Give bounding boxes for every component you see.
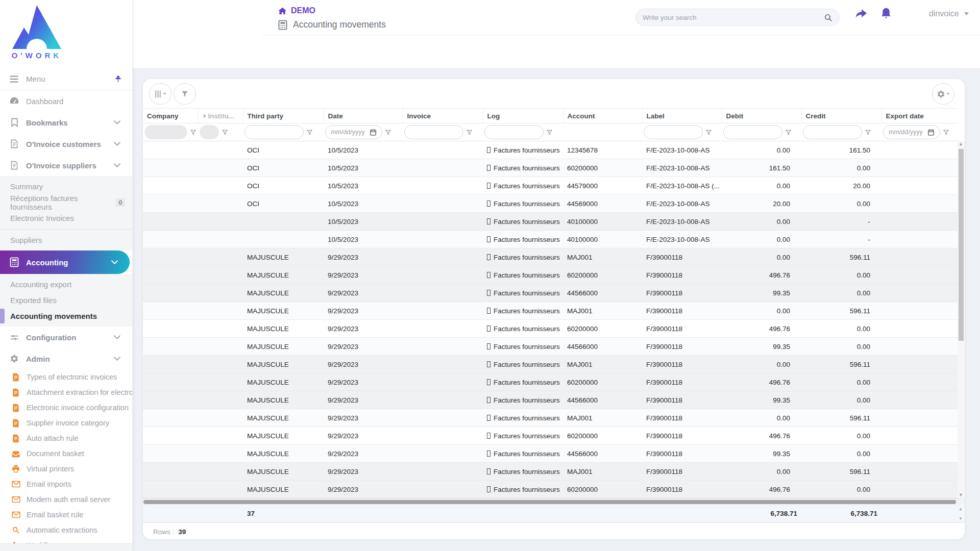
table-row[interactable]: MAJUSCULE9/29/2023Factures fournisseursM…: [143, 409, 958, 427]
sidebar-item-o-invoice-customers[interactable]: O'Invoice customers: [0, 133, 132, 155]
sidebar-item-electronic-invoice-configuration[interactable]: Electronic invoice configuration: [0, 400, 132, 415]
filter-button-log[interactable]: [546, 129, 553, 136]
filter-button-date[interactable]: [385, 129, 391, 136]
sidebar-item-summary[interactable]: Summary: [0, 179, 132, 194]
sidebar-item-electronic-invoices[interactable]: Electronic Invoices: [0, 210, 132, 226]
filter-input-credit[interactable]: [808, 129, 856, 136]
log-label: Factures fournisseurs: [494, 218, 560, 226]
sidebar-item-virtual-printers[interactable]: Virtual printers: [0, 461, 132, 477]
sidebar-item-exported-files[interactable]: Exported files: [0, 292, 132, 308]
sidebar-item-o-invoice-suppliers[interactable]: O'Invoice suppliers: [0, 155, 132, 176]
search-icon[interactable]: [824, 13, 832, 22]
table-row[interactable]: OCI10/5/2023Factures fournisseurs6020000…: [143, 159, 958, 177]
hamburger-icon[interactable]: [9, 75, 19, 83]
scroll-up-icon[interactable]: ▲: [959, 141, 963, 146]
sidebar-item-email-basket-rule[interactable]: Email basket rule: [0, 507, 132, 522]
sidebar-item-dashboard[interactable]: Dashboard: [0, 90, 132, 112]
table-row[interactable]: 10/5/2023Factures fournisseurs40100000F/…: [143, 231, 958, 248]
column-header-credit[interactable]: Credit: [801, 109, 881, 123]
sidebar-item-admin[interactable]: Admin: [0, 348, 132, 369]
table-row[interactable]: 10/5/2023Factures fournisseurs40100000F/…: [143, 213, 958, 231]
filter-input-export_date[interactable]: [889, 129, 925, 136]
table-row[interactable]: MAJUSCULE9/29/2023Factures fournisseurs6…: [143, 320, 958, 338]
table-row[interactable]: MAJUSCULE9/29/2023Factures fournisseurs6…: [143, 427, 958, 445]
column-header-third_party[interactable]: Third party: [243, 109, 324, 123]
column-header-account[interactable]: Account: [563, 109, 642, 123]
column-header-debit[interactable]: Debit: [722, 109, 801, 123]
sidebar-item-accounting[interactable]: Accounting: [0, 251, 130, 274]
filter-button-third_party[interactable]: [306, 129, 313, 136]
sidebar-item-auto-attach-rule[interactable]: Auto attach rule: [0, 431, 132, 446]
filter-button-institution[interactable]: [222, 129, 228, 136]
table-row[interactable]: MAJUSCULE9/29/2023Factures fournisseurs4…: [143, 445, 958, 463]
table-row[interactable]: MAJUSCULE9/29/2023Factures fournisseurs4…: [143, 391, 958, 409]
share-button[interactable]: [853, 7, 869, 21]
table-row[interactable]: OCI10/5/2023Factures fournisseurs4457900…: [143, 177, 958, 195]
filter-button-invoice[interactable]: [466, 129, 473, 136]
cell-account: MAJ001: [563, 409, 642, 427]
breadcrumb[interactable]: DEMO: [278, 6, 315, 15]
sidebar-item-suppliers[interactable]: Suppliers: [0, 232, 132, 248]
sidebar-item-document-basket[interactable]: Document basket: [0, 446, 132, 461]
table-row[interactable]: MAJUSCULE9/29/2023Factures fournisseursM…: [143, 248, 958, 266]
table-row[interactable]: MAJUSCULE9/29/2023Factures fournisseursM…: [143, 463, 958, 481]
filter-input-label[interactable]: [649, 129, 697, 136]
table-row[interactable]: MAJUSCULE9/29/2023Factures fournisseurs4…: [143, 284, 958, 302]
filter-input-third_party[interactable]: [250, 129, 298, 136]
column-header-label[interactable]: Label: [642, 109, 722, 123]
column-header-invoice[interactable]: Invoice: [403, 109, 483, 123]
cell-institution: [198, 320, 243, 338]
scroll-down-icon[interactable]: ▼: [959, 492, 963, 497]
sidebar-item-configuration[interactable]: Configuration: [0, 327, 132, 348]
vertical-scrollbar-thumb[interactable]: [959, 149, 964, 341]
column-header-institution[interactable]: Institu...: [198, 109, 243, 123]
table-row[interactable]: MAJUSCULE9/29/2023Factures fournisseursM…: [143, 302, 958, 320]
horizontal-scrollbar-thumb[interactable]: [143, 500, 956, 504]
column-header-date[interactable]: Date: [324, 109, 403, 123]
table-row[interactable]: MAJUSCULE9/29/2023Factures fournisseurs6…: [143, 266, 958, 284]
table-row[interactable]: MAJUSCULE9/29/2023Factures fournisseurs6…: [143, 373, 958, 391]
table-row[interactable]: OCI10/5/2023Factures fournisseurs1234567…: [143, 141, 958, 159]
sidebar-item-email-imports[interactable]: Email imports: [0, 477, 132, 492]
filter-input-date[interactable]: [331, 129, 368, 136]
sidebar-item-bookmarks[interactable]: Bookmarks: [0, 112, 132, 133]
user-menu[interactable]: dinvoice: [929, 9, 969, 18]
filter-button-export_date[interactable]: [943, 129, 949, 136]
calendar-icon[interactable]: [370, 129, 377, 136]
expand-right-icon[interactable]: [203, 113, 207, 119]
filter-input-log[interactable]: [490, 129, 538, 136]
filter-input-debit[interactable]: [729, 129, 777, 136]
pin-icon[interactable]: [114, 75, 122, 83]
notifications-button[interactable]: [879, 6, 893, 20]
sidebar-item-automatic-extractions[interactable]: Automatic extractions: [0, 522, 132, 538]
search-input[interactable]: [643, 14, 824, 21]
filter-button-label[interactable]: [705, 129, 712, 136]
scroll-up-icon[interactable]: ▲: [959, 507, 963, 511]
filter-button-company[interactable]: [190, 129, 197, 136]
columns-button[interactable]: [149, 83, 172, 105]
filter-button-debit[interactable]: [785, 129, 792, 136]
sidebar-item-r-ceptions-factures-fournisseurs[interactable]: Réceptions factures fournisseurs0: [0, 194, 132, 210]
table-row[interactable]: MAJUSCULE9/29/2023Factures fournisseursM…: [143, 356, 958, 373]
sidebar-item-modern-auth-email-server[interactable]: Modern auth email server: [0, 492, 132, 507]
calendar-icon[interactable]: [927, 129, 935, 136]
table-row[interactable]: MAJUSCULE9/29/2023Factures fournisseurs6…: [143, 481, 958, 498]
filter-button[interactable]: [174, 83, 196, 105]
cell-export_date: [881, 391, 958, 409]
sidebar-item-accounting-movements[interactable]: Accounting movements: [0, 308, 132, 324]
filter-button-credit[interactable]: [865, 129, 871, 136]
cell-export_date: [881, 141, 958, 159]
sidebar-item-supplier-invoice-category[interactable]: Supplier invoice category: [0, 415, 132, 431]
sidebar-item-types-of-electronic-invoices[interactable]: Types of electronic invoices: [0, 369, 132, 385]
sidebar-item-accounting-export[interactable]: Accounting export: [0, 277, 132, 292]
settings-button[interactable]: [932, 83, 954, 105]
column-header-export_date[interactable]: Export date: [881, 109, 958, 123]
column-header-company[interactable]: Company: [143, 109, 198, 123]
table-row[interactable]: MAJUSCULE9/29/2023Factures fournisseurs4…: [143, 338, 958, 356]
filter-input-invoice[interactable]: [410, 129, 458, 136]
column-header-log[interactable]: Log: [483, 109, 563, 123]
sidebar-item-attachment-extraction-for-electroni[interactable]: Attachment extraction for electroni: [0, 385, 132, 400]
cell-credit: 0.00: [801, 445, 881, 463]
table-row[interactable]: OCI10/5/2023Factures fournisseurs4456900…: [143, 195, 958, 213]
scroll-down-icon[interactable]: ▼: [959, 516, 963, 521]
